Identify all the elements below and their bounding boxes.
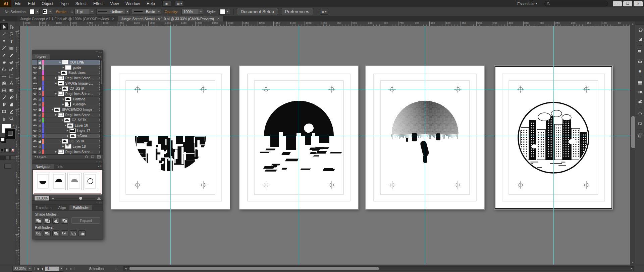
align-options-icon[interactable]: ▦ ▾ (320, 9, 328, 15)
new-layer-icon[interactable] (97, 155, 101, 158)
close-button[interactable]: ✕ (634, 1, 643, 6)
visibility-eye-icon[interactable] (32, 65, 38, 70)
layer-name[interactable]: Reg Lines Scree... (65, 92, 93, 96)
pathfinder-outline-button[interactable] (70, 230, 77, 236)
tool-eyedropper[interactable] (0, 94, 8, 101)
lock-icon[interactable] (38, 81, 42, 86)
lock-icon[interactable] (38, 102, 42, 107)
fill-color-picker[interactable]: ▾ (29, 9, 40, 15)
visibility-eye-icon[interactable] (32, 118, 38, 123)
opacity-dropdown[interactable]: 100% ▾ (181, 9, 203, 15)
layer-thumbnail[interactable] (69, 128, 76, 133)
layer-name[interactable]: C2 .SSTK (72, 118, 87, 122)
horizontal-ruler[interactable]: 1950190018501800175017001650160015501500… (19, 21, 630, 26)
lock-icon[interactable] (38, 134, 42, 139)
layer-name[interactable]: Reg Lines Scree... (65, 113, 93, 117)
pathfinder-minus-back-button[interactable] (78, 230, 86, 236)
tool-zoom[interactable] (8, 115, 15, 122)
visibility-eye-icon[interactable] (32, 112, 38, 118)
tool-rotate[interactable] (0, 65, 8, 73)
expand-button[interactable]: Expand (71, 217, 100, 224)
dock-panel-transparency-icon[interactable] (635, 97, 644, 107)
layer-row[interactable]: ▼C3 .SSTK (32, 86, 103, 91)
lock-icon[interactable] (38, 149, 42, 154)
menu-file[interactable]: File (11, 0, 24, 7)
navigator-zoom-field[interactable]: 33.33% (34, 196, 50, 201)
guide-vertical[interactable] (27, 26, 27, 265)
tab-transform[interactable]: Transform (32, 205, 55, 210)
lock-icon[interactable] (38, 91, 42, 96)
tool-gradient[interactable] (8, 87, 15, 94)
layer-row[interactable]: ▶Halftone (32, 97, 103, 102)
layer-row[interactable]: ▶Layer 18 (32, 144, 103, 149)
dock-panel-color-guide-icon[interactable] (635, 35, 644, 44)
dock-header[interactable] (635, 21, 644, 25)
layer-row[interactable]: ▶OUTLINE (32, 60, 103, 65)
layer-row[interactable]: ▶<Group> (32, 102, 103, 107)
panel-menu-icon[interactable]: ▾≣ (98, 165, 102, 168)
layer-row[interactable]: ▶Reg Lines Scree... (32, 112, 103, 118)
tab-align[interactable]: Align (55, 205, 69, 210)
layer-name[interactable]: Halftone (73, 97, 85, 101)
lock-icon[interactable] (38, 128, 42, 133)
lock-icon[interactable] (38, 112, 42, 118)
lock-icon[interactable] (38, 139, 42, 144)
slider-track[interactable] (56, 198, 95, 198)
panel-drag-bar[interactable]: ∷◂◂ (32, 160, 103, 164)
navigator-preview[interactable] (33, 170, 102, 194)
tool-selection[interactable] (0, 23, 8, 30)
dock-panel-color-icon[interactable] (635, 25, 644, 35)
tool-width[interactable] (0, 73, 8, 80)
tool-mesh[interactable] (0, 87, 8, 94)
vertical-scrollbar[interactable]: ▲ ▼ (630, 21, 635, 265)
expand-arrow-icon[interactable]: ▼ (58, 140, 62, 142)
collapse-icon[interactable]: ◂◂ (99, 51, 101, 53)
shape-mode-unite-button[interactable] (35, 218, 42, 224)
lock-icon[interactable] (38, 86, 42, 91)
stroke-swatch[interactable] (5, 128, 16, 139)
last-artboard-icon[interactable]: ▶▕ (70, 267, 74, 270)
expand-arrow-icon[interactable]: ▶ (54, 77, 58, 79)
artboard-number-dropdown[interactable]: 4 ▾ (45, 266, 63, 272)
arrange-documents-icon[interactable]: ▣ (162, 1, 171, 7)
shape-mode-exclude-button[interactable] (61, 218, 68, 224)
new-sublayer-icon[interactable] (91, 155, 95, 158)
layer-thumbnail[interactable] (62, 86, 68, 91)
tool-scale[interactable] (8, 65, 15, 73)
lock-icon[interactable] (38, 118, 42, 123)
expand-arrow-icon[interactable]: ▼ (58, 87, 62, 90)
layer-thumbnail[interactable] (65, 65, 71, 70)
expand-arrow-icon[interactable]: ▼ (57, 72, 61, 74)
expand-arrow-icon[interactable]: ▶ (62, 98, 65, 100)
swap-fill-stroke-icon[interactable]: ⇄ (11, 124, 14, 127)
next-artboard-icon[interactable]: ▶ (66, 267, 68, 270)
gradient-button[interactable] (5, 148, 10, 152)
horizontal-scroll-thumb[interactable] (129, 267, 379, 270)
tab-navigator[interactable]: Navigator (32, 164, 54, 169)
lock-icon[interactable] (38, 123, 42, 128)
stroke-weight-field[interactable]: 1 pt ▾ (74, 9, 94, 15)
visibility-eye-icon[interactable] (32, 144, 38, 149)
tool-type[interactable]: T (8, 37, 15, 44)
tool-lasso[interactable] (8, 30, 15, 37)
tool-free-transform[interactable] (8, 73, 15, 80)
pathfinder-trim-button[interactable] (44, 230, 51, 236)
layer-row[interactable]: ▼C2 .SSTK (32, 118, 103, 123)
layer-row[interactable]: ▶guide (32, 65, 103, 71)
guide-vertical[interactable] (299, 26, 299, 265)
expand-arrow-icon[interactable]: ▶ (62, 145, 65, 148)
slider-knob[interactable] (79, 196, 83, 200)
draw-behind-button[interactable] (5, 155, 10, 160)
visibility-eye-icon[interactable] (32, 107, 38, 112)
vertical-ruler[interactable]: 7507006506005505004504003503002502001501… (15, 26, 20, 265)
layer-row[interactable]: ▼Layer 16 (32, 123, 103, 128)
layer-name[interactable]: SMOKE Image c... (65, 82, 93, 85)
shape-mode-minus-front-button[interactable] (44, 218, 51, 224)
panel-drag-bar[interactable]: ∷◂◂ (32, 50, 103, 54)
layer-row[interactable]: ▶Reg Lines Scree... (32, 149, 103, 155)
style-dropdown[interactable]: ▾ (219, 9, 230, 15)
layer-thumbnail[interactable] (58, 76, 64, 80)
expand-arrow-icon[interactable]: ▶ (66, 135, 70, 137)
pathfinder-divide-button[interactable] (35, 230, 42, 236)
stroke-color-picker[interactable]: ▾ (42, 9, 52, 15)
